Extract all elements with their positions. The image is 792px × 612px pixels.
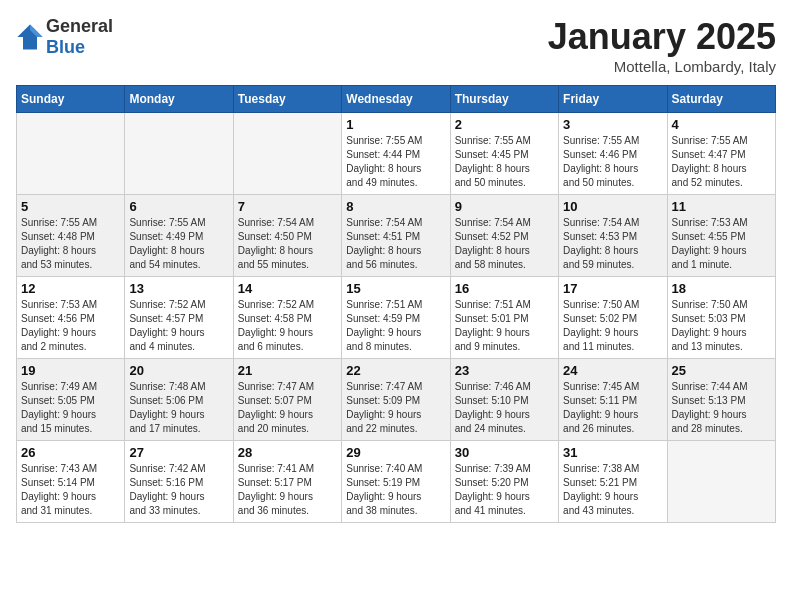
day-number: 11: [672, 199, 771, 214]
day-number: 9: [455, 199, 554, 214]
calendar-day: 7Sunrise: 7:54 AM Sunset: 4:50 PM Daylig…: [233, 195, 341, 277]
day-number: 29: [346, 445, 445, 460]
calendar-day: 28Sunrise: 7:41 AM Sunset: 5:17 PM Dayli…: [233, 441, 341, 523]
calendar-day: 23Sunrise: 7:46 AM Sunset: 5:10 PM Dayli…: [450, 359, 558, 441]
day-info: Sunrise: 7:55 AM Sunset: 4:44 PM Dayligh…: [346, 134, 445, 190]
day-info: Sunrise: 7:51 AM Sunset: 5:01 PM Dayligh…: [455, 298, 554, 354]
calendar-day: 30Sunrise: 7:39 AM Sunset: 5:20 PM Dayli…: [450, 441, 558, 523]
day-number: 15: [346, 281, 445, 296]
day-header-thursday: Thursday: [450, 86, 558, 113]
calendar-day: 14Sunrise: 7:52 AM Sunset: 4:58 PM Dayli…: [233, 277, 341, 359]
day-number: 1: [346, 117, 445, 132]
day-number: 13: [129, 281, 228, 296]
calendar-day: 24Sunrise: 7:45 AM Sunset: 5:11 PM Dayli…: [559, 359, 667, 441]
day-number: 17: [563, 281, 662, 296]
day-number: 10: [563, 199, 662, 214]
day-header-friday: Friday: [559, 86, 667, 113]
day-number: 3: [563, 117, 662, 132]
day-number: 12: [21, 281, 120, 296]
calendar-day: 8Sunrise: 7:54 AM Sunset: 4:51 PM Daylig…: [342, 195, 450, 277]
day-number: 4: [672, 117, 771, 132]
title-area: January 2025 Mottella, Lombardy, Italy: [548, 16, 776, 75]
day-header-monday: Monday: [125, 86, 233, 113]
day-info: Sunrise: 7:54 AM Sunset: 4:50 PM Dayligh…: [238, 216, 337, 272]
calendar-week-row: 26Sunrise: 7:43 AM Sunset: 5:14 PM Dayli…: [17, 441, 776, 523]
calendar-day: 6Sunrise: 7:55 AM Sunset: 4:49 PM Daylig…: [125, 195, 233, 277]
day-number: 28: [238, 445, 337, 460]
day-number: 27: [129, 445, 228, 460]
calendar-day: 12Sunrise: 7:53 AM Sunset: 4:56 PM Dayli…: [17, 277, 125, 359]
day-number: 19: [21, 363, 120, 378]
calendar-day: [667, 441, 775, 523]
calendar-header-row: SundayMondayTuesdayWednesdayThursdayFrid…: [17, 86, 776, 113]
location-subtitle: Mottella, Lombardy, Italy: [548, 58, 776, 75]
logo-icon: [16, 23, 44, 51]
day-info: Sunrise: 7:43 AM Sunset: 5:14 PM Dayligh…: [21, 462, 120, 518]
calendar-day: 9Sunrise: 7:54 AM Sunset: 4:52 PM Daylig…: [450, 195, 558, 277]
logo-blue-text: Blue: [46, 37, 85, 57]
calendar-day: 11Sunrise: 7:53 AM Sunset: 4:55 PM Dayli…: [667, 195, 775, 277]
day-info: Sunrise: 7:48 AM Sunset: 5:06 PM Dayligh…: [129, 380, 228, 436]
day-info: Sunrise: 7:50 AM Sunset: 5:03 PM Dayligh…: [672, 298, 771, 354]
day-number: 24: [563, 363, 662, 378]
calendar-day: [233, 113, 341, 195]
calendar-day: 18Sunrise: 7:50 AM Sunset: 5:03 PM Dayli…: [667, 277, 775, 359]
calendar-week-row: 1Sunrise: 7:55 AM Sunset: 4:44 PM Daylig…: [17, 113, 776, 195]
calendar-week-row: 19Sunrise: 7:49 AM Sunset: 5:05 PM Dayli…: [17, 359, 776, 441]
day-number: 23: [455, 363, 554, 378]
day-info: Sunrise: 7:54 AM Sunset: 4:53 PM Dayligh…: [563, 216, 662, 272]
calendar-day: 20Sunrise: 7:48 AM Sunset: 5:06 PM Dayli…: [125, 359, 233, 441]
day-info: Sunrise: 7:53 AM Sunset: 4:56 PM Dayligh…: [21, 298, 120, 354]
day-info: Sunrise: 7:40 AM Sunset: 5:19 PM Dayligh…: [346, 462, 445, 518]
day-number: 16: [455, 281, 554, 296]
day-info: Sunrise: 7:50 AM Sunset: 5:02 PM Dayligh…: [563, 298, 662, 354]
calendar-day: 15Sunrise: 7:51 AM Sunset: 4:59 PM Dayli…: [342, 277, 450, 359]
day-number: 25: [672, 363, 771, 378]
page-header: General Blue January 2025 Mottella, Lomb…: [16, 16, 776, 75]
calendar-day: 26Sunrise: 7:43 AM Sunset: 5:14 PM Dayli…: [17, 441, 125, 523]
day-header-saturday: Saturday: [667, 86, 775, 113]
day-header-tuesday: Tuesday: [233, 86, 341, 113]
calendar-week-row: 12Sunrise: 7:53 AM Sunset: 4:56 PM Dayli…: [17, 277, 776, 359]
day-info: Sunrise: 7:47 AM Sunset: 5:07 PM Dayligh…: [238, 380, 337, 436]
day-info: Sunrise: 7:47 AM Sunset: 5:09 PM Dayligh…: [346, 380, 445, 436]
calendar-day: [17, 113, 125, 195]
day-info: Sunrise: 7:53 AM Sunset: 4:55 PM Dayligh…: [672, 216, 771, 272]
calendar-table: SundayMondayTuesdayWednesdayThursdayFrid…: [16, 85, 776, 523]
day-info: Sunrise: 7:49 AM Sunset: 5:05 PM Dayligh…: [21, 380, 120, 436]
calendar-day: 21Sunrise: 7:47 AM Sunset: 5:07 PM Dayli…: [233, 359, 341, 441]
calendar-day: 17Sunrise: 7:50 AM Sunset: 5:02 PM Dayli…: [559, 277, 667, 359]
calendar-day: 29Sunrise: 7:40 AM Sunset: 5:19 PM Dayli…: [342, 441, 450, 523]
day-number: 30: [455, 445, 554, 460]
calendar-day: 4Sunrise: 7:55 AM Sunset: 4:47 PM Daylig…: [667, 113, 775, 195]
day-info: Sunrise: 7:42 AM Sunset: 5:16 PM Dayligh…: [129, 462, 228, 518]
calendar-day: 25Sunrise: 7:44 AM Sunset: 5:13 PM Dayli…: [667, 359, 775, 441]
day-number: 5: [21, 199, 120, 214]
day-number: 6: [129, 199, 228, 214]
day-info: Sunrise: 7:55 AM Sunset: 4:47 PM Dayligh…: [672, 134, 771, 190]
calendar-day: 13Sunrise: 7:52 AM Sunset: 4:57 PM Dayli…: [125, 277, 233, 359]
day-info: Sunrise: 7:54 AM Sunset: 4:51 PM Dayligh…: [346, 216, 445, 272]
day-number: 2: [455, 117, 554, 132]
calendar-day: 22Sunrise: 7:47 AM Sunset: 5:09 PM Dayli…: [342, 359, 450, 441]
day-number: 20: [129, 363, 228, 378]
day-number: 14: [238, 281, 337, 296]
day-info: Sunrise: 7:52 AM Sunset: 4:58 PM Dayligh…: [238, 298, 337, 354]
calendar-day: 1Sunrise: 7:55 AM Sunset: 4:44 PM Daylig…: [342, 113, 450, 195]
day-info: Sunrise: 7:55 AM Sunset: 4:45 PM Dayligh…: [455, 134, 554, 190]
logo-general-text: General: [46, 16, 113, 37]
calendar-day: 16Sunrise: 7:51 AM Sunset: 5:01 PM Dayli…: [450, 277, 558, 359]
day-number: 7: [238, 199, 337, 214]
day-number: 8: [346, 199, 445, 214]
calendar-day: [125, 113, 233, 195]
day-info: Sunrise: 7:55 AM Sunset: 4:48 PM Dayligh…: [21, 216, 120, 272]
day-number: 21: [238, 363, 337, 378]
day-info: Sunrise: 7:46 AM Sunset: 5:10 PM Dayligh…: [455, 380, 554, 436]
calendar-day: 2Sunrise: 7:55 AM Sunset: 4:45 PM Daylig…: [450, 113, 558, 195]
day-info: Sunrise: 7:39 AM Sunset: 5:20 PM Dayligh…: [455, 462, 554, 518]
day-info: Sunrise: 7:44 AM Sunset: 5:13 PM Dayligh…: [672, 380, 771, 436]
day-info: Sunrise: 7:38 AM Sunset: 5:21 PM Dayligh…: [563, 462, 662, 518]
day-info: Sunrise: 7:41 AM Sunset: 5:17 PM Dayligh…: [238, 462, 337, 518]
calendar-day: 27Sunrise: 7:42 AM Sunset: 5:16 PM Dayli…: [125, 441, 233, 523]
day-header-wednesday: Wednesday: [342, 86, 450, 113]
